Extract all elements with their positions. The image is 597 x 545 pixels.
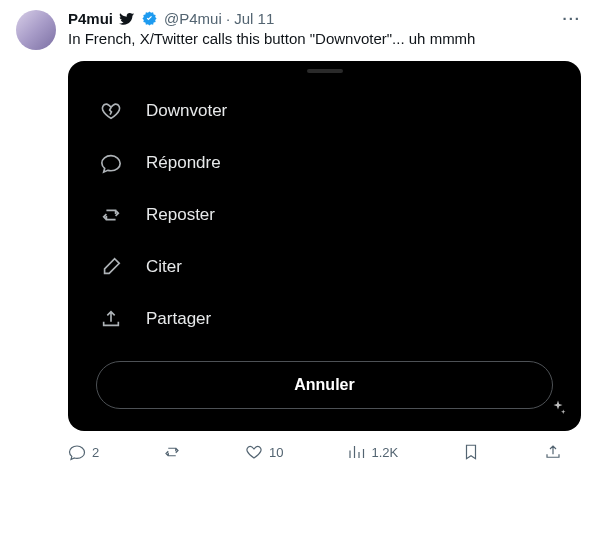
twitter-bird-icon xyxy=(119,11,135,27)
tweet-text: In French, X/Twitter calls this button "… xyxy=(68,29,581,49)
tweet-header: P4mui @P4mui · Jul 11 ··· xyxy=(68,10,581,27)
quote-icon xyxy=(100,256,122,278)
repost-icon xyxy=(100,204,122,226)
cancel-button[interactable]: Annuler xyxy=(96,361,553,409)
sheet-handle xyxy=(307,69,343,73)
reply-icon xyxy=(100,152,122,174)
more-button[interactable]: ··· xyxy=(562,10,581,27)
menu-item-share[interactable]: Partager xyxy=(96,295,553,343)
tweet-actions: 2 10 1.2K xyxy=(68,443,568,461)
author-display-name[interactable]: P4mui xyxy=(68,10,113,27)
share-icon xyxy=(100,308,122,330)
like-count: 10 xyxy=(269,445,283,460)
like-action[interactable]: 10 xyxy=(245,443,283,461)
author-handle-date[interactable]: @P4mui · Jul 11 xyxy=(164,10,274,27)
bookmark-action[interactable] xyxy=(462,443,480,461)
views-action[interactable]: 1.2K xyxy=(347,443,398,461)
view-count: 1.2K xyxy=(371,445,398,460)
menu-item-label: Répondre xyxy=(146,153,221,173)
tweet: P4mui @P4mui · Jul 11 ··· In French, X/T… xyxy=(16,10,581,461)
action-sheet-menu: Downvoter Répondre Reposter xyxy=(96,87,553,343)
menu-item-label: Citer xyxy=(146,257,182,277)
menu-item-quote[interactable]: Citer xyxy=(96,243,553,291)
embedded-screenshot[interactable]: Downvoter Répondre Reposter xyxy=(68,61,581,431)
tweet-content: P4mui @P4mui · Jul 11 ··· In French, X/T… xyxy=(68,10,581,461)
menu-item-label: Partager xyxy=(146,309,211,329)
sparkle-icon xyxy=(549,399,567,417)
menu-item-label: Reposter xyxy=(146,205,215,225)
menu-item-reply[interactable]: Répondre xyxy=(96,139,553,187)
tweet-date: Jul 11 xyxy=(234,10,274,27)
repost-action[interactable] xyxy=(163,443,181,461)
menu-item-repost[interactable]: Reposter xyxy=(96,191,553,239)
avatar[interactable] xyxy=(16,10,56,50)
menu-item-label: Downvoter xyxy=(146,101,227,121)
broken-heart-icon xyxy=(100,100,122,122)
reply-action[interactable]: 2 xyxy=(68,443,99,461)
reply-count: 2 xyxy=(92,445,99,460)
author-handle: @P4mui xyxy=(164,10,222,27)
share-action[interactable] xyxy=(544,443,562,461)
dot-separator: · xyxy=(226,10,230,27)
menu-item-downvote[interactable]: Downvoter xyxy=(96,87,553,135)
verified-badge-icon xyxy=(141,10,158,27)
